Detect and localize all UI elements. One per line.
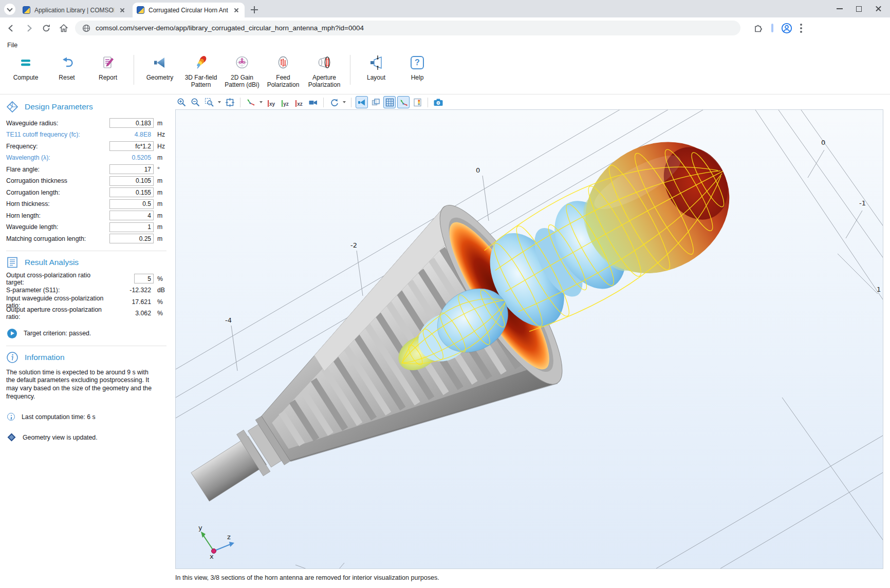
section-title: Information (25, 353, 65, 362)
zoom-extents-icon[interactable] (224, 96, 236, 108)
parameter-panel: Design Parameters Waveguide radius: m TE… (6, 97, 170, 444)
rotate-dropdown-caret[interactable] (343, 101, 346, 103)
comsol-favicon (23, 6, 30, 14)
tab-title: Corrugated Circular Horn Anten (149, 7, 228, 14)
section-divider (6, 251, 166, 251)
far-field-3d-button[interactable]: 3D Far-field Pattern (180, 51, 221, 88)
aperture-polarization-button[interactable]: Aperture Polarization (304, 51, 345, 88)
toolbar-separator (428, 98, 428, 107)
flare-angle-input[interactable] (109, 164, 154, 174)
zoom-in-icon[interactable] (175, 96, 188, 108)
corrugation-length-input[interactable] (109, 187, 154, 197)
report-icon (100, 54, 116, 71)
aperture-polarization-icon (317, 54, 332, 71)
yz-view-icon[interactable]: yz (279, 96, 291, 108)
window-close-button[interactable] (875, 6, 882, 12)
waveguide-radius-input[interactable] (109, 118, 154, 128)
cross-polarization-target-input[interactable] (134, 274, 154, 283)
url-bar[interactable]: comsol.com/server-demo/app/library_corru… (75, 21, 740, 35)
color-legend-icon[interactable] (411, 96, 423, 108)
reset-button[interactable]: Reset (46, 51, 87, 81)
waveguide-length-input[interactable] (109, 222, 154, 232)
show-geometry-toggle[interactable] (356, 96, 368, 108)
reset-icon (59, 54, 75, 71)
rotate-view-icon[interactable] (328, 96, 340, 108)
gain-pattern-2d-icon (234, 54, 250, 71)
home-button[interactable] (58, 22, 70, 34)
zoom-box-icon[interactable] (203, 96, 215, 108)
axis-label: 1 (877, 286, 881, 293)
wavelength-value: 0.5205 (109, 154, 154, 161)
xz-view-icon[interactable]: xz (293, 96, 305, 108)
window-minimize-button[interactable] (837, 8, 843, 9)
input-cross-polarization-value: 17.621 (109, 298, 154, 306)
parameter-row: Matching corrugation length: m (6, 234, 170, 243)
back-button[interactable] (5, 22, 17, 34)
frequency-input[interactable] (109, 141, 154, 151)
browser-navbar: comsol.com/server-demo/app/library_corru… (0, 17, 890, 39)
geometry-icon (152, 54, 168, 71)
file-menu[interactable]: File (7, 42, 17, 49)
help-button[interactable]: ? Help (397, 51, 438, 81)
horn-thickness-input[interactable] (109, 199, 154, 209)
layout-button[interactable]: Layout (356, 51, 397, 81)
design-parameters-icon (6, 101, 18, 113)
triad-x-label: x (210, 553, 214, 560)
graphics-panel: xy yz xz (175, 96, 884, 581)
result-row: Output cross-polarization ratio target: … (6, 274, 170, 283)
window-maximize-button[interactable] (856, 6, 862, 12)
antenna-3d-scene (176, 110, 883, 569)
axis-label: 0 (821, 139, 825, 146)
default-3d-view-icon[interactable] (245, 96, 257, 108)
extensions-icon[interactable] (752, 22, 764, 34)
url-text: comsol.com/server-demo/app/library_corru… (96, 24, 364, 32)
chevron-down-icon (7, 6, 12, 11)
report-button[interactable]: Report (87, 51, 128, 81)
parameter-row: Horn thickness: m (6, 199, 170, 209)
axes-toggle[interactable] (397, 96, 410, 108)
horn-length-input[interactable] (109, 211, 154, 220)
design-parameters-header: Design Parameters (6, 101, 170, 113)
matching-corrugation-length-input[interactable] (109, 234, 154, 243)
tab-search-button[interactable] (4, 4, 15, 15)
refresh-button[interactable] (40, 22, 52, 34)
compute-button[interactable]: Compute (5, 51, 46, 81)
corrugation-thickness-input[interactable] (109, 176, 154, 186)
far-field-3d-icon (193, 54, 209, 71)
xy-view-icon[interactable]: xy (265, 96, 277, 108)
browser-tab-horn-antenna[interactable]: Corrugated Circular Horn Anten (133, 3, 245, 17)
transparency-icon[interactable] (369, 96, 382, 108)
graphics-canvas[interactable]: 0 -2 -4 0 -1 1 y z x (175, 109, 883, 569)
comsol-favicon (137, 6, 144, 14)
parameter-row: Wavelength (λ): 0.5205 m (6, 153, 170, 163)
parameter-row: TE11 cutoff frequency (fc): 4.8E8 Hz (6, 130, 170, 140)
browser-menu-icon[interactable] (800, 24, 802, 33)
geometry-updated-status: Geometry view is updated. (7, 433, 170, 442)
parameter-row: Corrugation thickness m (6, 176, 170, 186)
view-caption: In this view, 3/8 sections of the horn a… (175, 574, 884, 581)
gain-pattern-2d-button[interactable]: 2D Gain Pattern (dBi) (221, 51, 263, 88)
zoom-box-dropdown-caret[interactable] (218, 101, 221, 103)
tab-title: Application Library | COMSOL S (34, 7, 114, 14)
tab-close-icon[interactable] (232, 6, 240, 14)
profile-avatar[interactable] (781, 22, 793, 34)
forward-button[interactable] (23, 22, 35, 34)
screenshot-icon[interactable] (432, 96, 444, 108)
ribbon-separator (350, 55, 350, 85)
information-header: Information (6, 351, 170, 364)
zoom-out-icon[interactable] (189, 96, 201, 108)
site-info-icon[interactable] (82, 24, 90, 32)
browser-tab-application-library[interactable]: Application Library | COMSOL S (18, 3, 131, 17)
axis-label: -1 (859, 199, 866, 207)
feed-polarization-button[interactable]: Feed Polarization (263, 51, 304, 88)
camera-view-icon[interactable] (307, 96, 319, 108)
view-dropdown-caret[interactable] (259, 101, 263, 103)
section-title: Design Parameters (25, 102, 93, 111)
grid-toggle[interactable] (383, 96, 396, 108)
geometry-button[interactable]: Geometry (139, 51, 180, 81)
tab-close-icon[interactable] (118, 6, 126, 14)
axis-label: -4 (225, 316, 232, 324)
new-tab-button[interactable] (250, 5, 259, 14)
axis-label: 0 (476, 166, 480, 174)
parameter-row: Horn length: m (6, 211, 170, 220)
